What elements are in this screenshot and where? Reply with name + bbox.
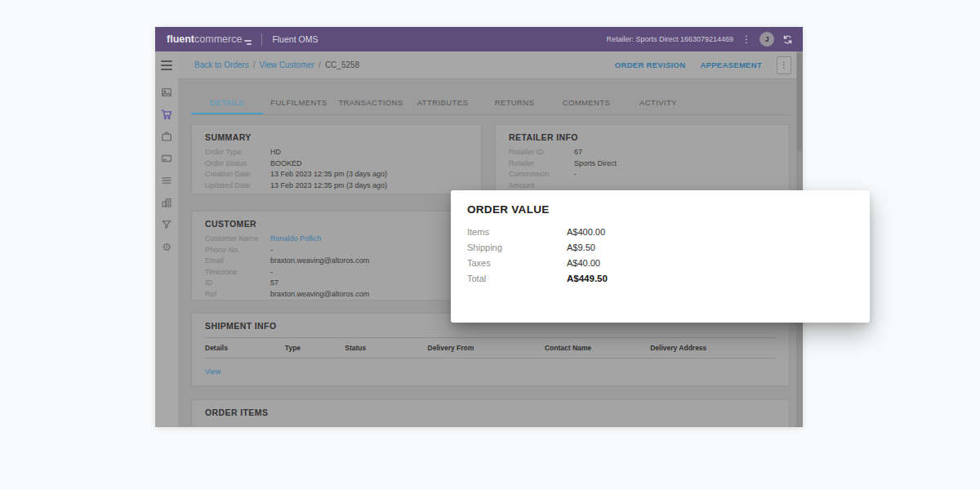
breadcrumb-bar: Back to Orders / View Customer / CC_5258… — [178, 51, 803, 79]
tab-details[interactable]: DETAILS — [191, 91, 263, 114]
items-amount: A$400.00 — [567, 225, 605, 240]
customer-name-link[interactable]: Ronaldo Pollich — [270, 234, 322, 245]
field-row: TotalA$449.50 — [467, 271, 853, 287]
field-value: HD — [270, 147, 281, 158]
field-label: ID — [205, 278, 270, 289]
total-amount: A$449.50 — [567, 271, 608, 287]
field-row: Order TypeHD — [205, 147, 468, 158]
column-header: Status — [345, 344, 427, 352]
order-value-popover: ORDER VALUE ItemsA$400.00 ShippingA$9.50… — [451, 190, 870, 323]
sidebar-item[interactable] — [161, 219, 172, 230]
cart-icon — [161, 109, 172, 120]
avatar[interactable]: J — [760, 32, 774, 47]
breadcrumb-separator: / — [318, 60, 321, 69]
field-row: Customer NameRonaldo Pollich — [205, 234, 468, 245]
field-row: Refbraxton.weaving@altoros.com — [205, 289, 468, 301]
field-row: ShippingA$9.50 — [467, 240, 853, 256]
field-row: Order StatusBOOKED — [205, 158, 468, 170]
column-header: Contact Name — [545, 344, 650, 352]
field-row: TaxesA$40.00 — [467, 256, 853, 271]
field-value: braxton.weaving@altoros.com — [270, 256, 369, 267]
screenshot-root: fluentcommerce Fluent OMS Retailer: Spor… — [0, 0, 980, 490]
field-value: 13 Feb 2023 12:35 pm (3 days ago) — [270, 169, 387, 180]
sidebar-item[interactable] — [161, 131, 172, 142]
field-row: Commission Amount- — [509, 169, 776, 191]
column-header: Delivery From — [428, 344, 545, 352]
field-label: Updated Date — [205, 180, 270, 192]
field-label: Commission Amount — [509, 169, 574, 191]
summary-panel: SUMMARY Order TypeHD Order StatusBOOKED … — [191, 124, 482, 194]
field-label: Items — [467, 225, 567, 240]
tab-transactions[interactable]: TRANSACTIONS — [335, 91, 407, 114]
field-value: - — [270, 245, 273, 256]
app-header: fluentcommerce Fluent OMS Retailer: Spor… — [155, 27, 803, 51]
field-label: Creation Date — [205, 169, 270, 180]
tab-fulfilments[interactable]: FULFILMENTS — [263, 91, 335, 114]
breadcrumb-link-back-to-orders[interactable]: Back to Orders — [194, 60, 249, 69]
field-value: BOOKED — [270, 158, 302, 170]
building-icon — [161, 197, 172, 208]
field-value: braxton.weaving@altoros.com — [270, 289, 369, 301]
sidebar-item-orders[interactable] — [161, 109, 172, 120]
sidebar-item[interactable] — [161, 175, 172, 186]
header-kebab-icon[interactable]: ⋮ — [742, 34, 751, 44]
shipment-info-panel: SHIPMENT INFO Details Type Status Delive… — [191, 313, 790, 386]
field-row: Phone No.- — [205, 245, 468, 256]
tab-returns[interactable]: RETURNS — [479, 91, 550, 114]
field-label: Timezone — [205, 267, 270, 278]
field-row: Updated Date13 Feb 2023 12:35 pm (3 days… — [205, 180, 468, 192]
logo-text-light: commerce — [194, 33, 242, 45]
field-value: 67 — [574, 147, 582, 158]
field-row: ItemsA$400.00 — [467, 225, 853, 240]
header-divider — [261, 33, 262, 46]
list-icon — [161, 175, 172, 186]
field-value: 13 Feb 2023 12:35 pm (3 days ago) — [270, 180, 387, 192]
field-label: Order Status — [205, 158, 270, 170]
sidebar-item[interactable]: ⚙ — [161, 241, 172, 252]
field-value: - — [574, 169, 577, 191]
menu-toggle[interactable] — [161, 60, 172, 70]
refresh-icon[interactable] — [782, 34, 793, 45]
field-value: Sports Direct — [574, 158, 617, 170]
breadcrumb-separator: / — [253, 60, 256, 69]
sidebar-item[interactable] — [161, 87, 172, 98]
shipping-amount: A$9.50 — [567, 240, 595, 256]
field-label: Customer Name — [205, 234, 270, 245]
field-row: Retailer ID67 — [509, 147, 776, 158]
field-label: Taxes — [467, 256, 567, 271]
sidebar-item[interactable] — [161, 197, 172, 208]
funnel-icon — [161, 219, 172, 230]
customer-panel: CUSTOMER Customer NameRonaldo Pollich Ph… — [191, 211, 482, 301]
scrollbar-thumb[interactable] — [797, 53, 802, 151]
field-label: Email — [205, 256, 270, 267]
field-label: Shipping — [467, 240, 567, 256]
panel-title: RETAILER INFO — [509, 132, 776, 142]
tab-activity[interactable]: ACTIVITY — [622, 91, 694, 114]
breadcrumb: Back to Orders / View Customer / CC_5258 — [194, 60, 359, 69]
field-value: 57 — [270, 278, 278, 289]
field-label: Phone No. — [205, 245, 270, 256]
panel-title: CUSTOMER — [205, 219, 468, 229]
taxes-amount: A$40.00 — [567, 256, 600, 271]
fluent-logo-mark-icon — [244, 40, 252, 45]
order-revision-button[interactable]: ORDER REVISION — [615, 60, 686, 69]
sidebar-item[interactable] — [161, 153, 172, 164]
tab-attributes[interactable]: ATTRIBUTES — [407, 91, 479, 114]
sidebar: ⚙ — [155, 51, 179, 427]
more-actions-button[interactable]: ⋮ — [777, 56, 791, 74]
field-row: Emailbraxton.weaving@altoros.com — [205, 256, 468, 267]
field-value: - — [270, 267, 273, 278]
field-row: ID57 — [205, 278, 468, 289]
field-label: Retailer — [509, 158, 574, 170]
table-row: View — [205, 359, 776, 376]
field-label: Ref — [205, 289, 270, 301]
tab-comments[interactable]: COMMENTS — [550, 91, 622, 114]
appeasement-button[interactable]: APPEASEMENT — [700, 60, 762, 69]
popover-title: ORDER VALUE — [467, 203, 853, 216]
breadcrumb-link-view-customer[interactable]: View Customer — [259, 60, 314, 69]
view-shipment-link[interactable]: View — [205, 368, 220, 376]
logo-text-bold: fluent — [167, 33, 194, 45]
retailer-context-label: Retailer: Sports Direct 1663079214469 — [606, 35, 733, 43]
column-header: Type — [285, 344, 345, 352]
panel-title: SUMMARY — [205, 132, 468, 142]
